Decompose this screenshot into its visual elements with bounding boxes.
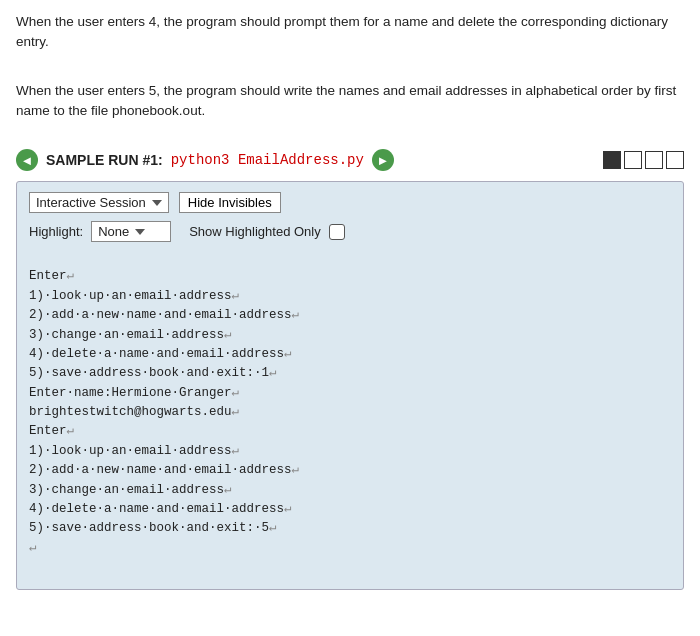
highlight-row: Highlight: None Show Highlighted Only xyxy=(29,221,671,242)
left-arrow-button[interactable]: ◄ xyxy=(16,149,38,171)
window-control-3 xyxy=(645,151,663,169)
sample-run-label: SAMPLE RUN #1: xyxy=(46,152,163,168)
window-controls xyxy=(603,151,684,169)
sample-run-header: ◄ SAMPLE RUN #1: python3 EmailAddress.py… xyxy=(16,149,684,171)
window-control-1 xyxy=(603,151,621,169)
hide-invisibles-button[interactable]: Hide Invisibles xyxy=(179,192,281,213)
window-control-2 xyxy=(624,151,642,169)
session-dropdown-arrow-icon xyxy=(152,200,162,206)
description-para1: When the user enters 4, the program shou… xyxy=(16,12,684,53)
terminal-container: Interactive Session Hide Invisibles High… xyxy=(16,181,684,590)
session-dropdown[interactable]: Interactive Session xyxy=(29,192,169,213)
session-label: Interactive Session xyxy=(36,195,146,210)
show-highlighted-label: Show Highlighted Only xyxy=(189,224,321,239)
sample-run-code: python3 EmailAddress.py xyxy=(171,152,364,168)
terminal-output: Enter↵ 1)·look·up·an·email·address↵ 2)·a… xyxy=(29,248,671,577)
description-para2: When the user enters 5, the program shou… xyxy=(16,81,684,122)
right-arrow-button[interactable]: ► xyxy=(372,149,394,171)
highlight-value: None xyxy=(98,224,129,239)
show-highlighted-checkbox[interactable] xyxy=(329,224,345,240)
highlight-select[interactable]: None xyxy=(91,221,171,242)
line-1: Enter↵ 1)·look·up·an·email·address↵ 2)·a… xyxy=(29,269,299,554)
window-control-4 xyxy=(666,151,684,169)
highlight-label: Highlight: xyxy=(29,224,83,239)
terminal-toolbar: Interactive Session Hide Invisibles xyxy=(29,192,671,213)
highlight-dropdown-arrow-icon xyxy=(135,229,145,235)
